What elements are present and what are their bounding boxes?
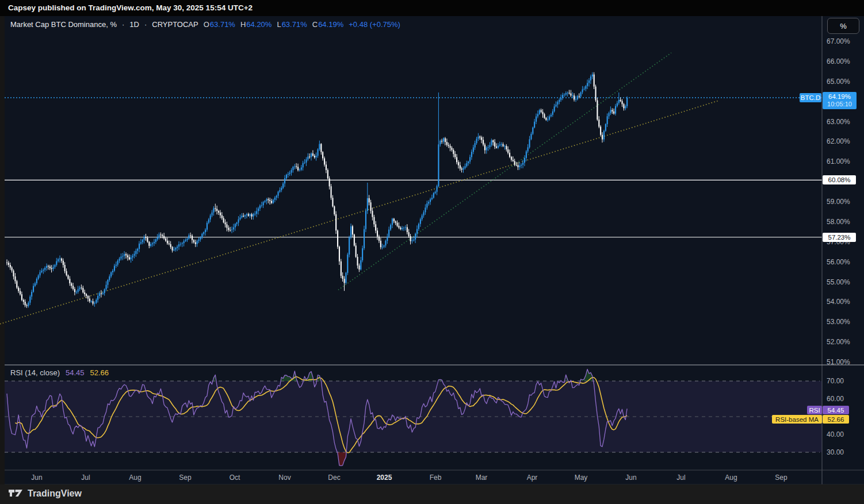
- price-axis-label: 66.00%: [827, 57, 850, 66]
- time-axis-label: Jul: [676, 474, 685, 482]
- symbol-marker-badge: BTC.D: [800, 93, 821, 102]
- tradingview-brand[interactable]: TradingView: [8, 488, 82, 499]
- price-axis-label: 67.00%: [827, 37, 850, 45]
- price-axis-label: 51.00%: [827, 358, 850, 366]
- legend-separator-2: ·: [144, 20, 147, 29]
- time-axis-label: Jul: [81, 474, 90, 482]
- time-axis-label: May: [575, 474, 588, 482]
- symbol-legend[interactable]: Market Cap BTC Dominance, % · 1D · CRYPT…: [10, 20, 400, 29]
- price-axis-label: 65.00%: [827, 78, 850, 86]
- price-axis-label: 53.00%: [827, 318, 850, 326]
- footer-bar: TradingView: [0, 484, 864, 504]
- rsi-axis-label: 40.00: [827, 430, 844, 438]
- time-axis-label: Oct: [230, 474, 240, 482]
- open-value: 63.71%: [210, 20, 235, 29]
- time-axis-label: Apr: [527, 474, 538, 482]
- rsi-ma-legend-value: 52.66: [90, 368, 109, 377]
- close-label: C: [312, 20, 318, 29]
- rsi-line-label-badge: RSI: [807, 406, 822, 414]
- symbol-interval[interactable]: 1D: [129, 20, 139, 29]
- price-axis-label: 61.00%: [827, 157, 850, 166]
- price-axis-label: 62.00%: [827, 137, 850, 145]
- price-axis-label: 52.00%: [827, 338, 850, 346]
- price-level-badge: 57.23%: [823, 233, 856, 242]
- rsi-axis-label: 30.00: [827, 448, 844, 456]
- last-price-badge: 64.19% 10:05:10: [823, 92, 857, 109]
- change-value: +0.48 (+0.75%): [349, 20, 400, 29]
- rsi-ma-label-badge: RSI-based MA: [772, 415, 822, 424]
- time-axis-label: 2025: [377, 474, 392, 482]
- main-chart-canvas[interactable]: [0, 0, 864, 504]
- time-axis-label: Dec: [328, 474, 340, 482]
- close-value: 64.19%: [318, 20, 343, 29]
- price-axis-label: 55.00%: [827, 278, 850, 286]
- high-value: 64.20%: [246, 20, 272, 29]
- rsi-legend[interactable]: RSI (14, close) 54.45 52.66: [10, 368, 109, 377]
- time-axis-label: Mar: [476, 474, 488, 482]
- price-axis-label: 56.00%: [827, 258, 850, 266]
- symbol-exchange: CRYPTOCAP: [152, 20, 198, 29]
- price-axis-label: 59.00%: [827, 198, 850, 206]
- tradingview-chart-screenshot: Capsey published on TradingView.com, May…: [0, 0, 864, 504]
- time-axis-label: Aug: [129, 474, 141, 482]
- rsi-legend-title[interactable]: RSI (14, close): [10, 368, 60, 377]
- rsi-ma-value-badge: 52.66: [823, 415, 849, 424]
- time-axis-label: Jun: [31, 474, 42, 482]
- time-axis-label: Jun: [625, 474, 636, 482]
- time-axis-label: Sep: [775, 474, 787, 482]
- low-value: 63.71%: [282, 20, 307, 29]
- price-scale-unit-button[interactable]: %: [827, 18, 859, 34]
- price-axis-label: 58.00%: [827, 218, 850, 226]
- last-price-value: 64.19%: [828, 93, 851, 101]
- legend-separator-1: ·: [122, 20, 124, 29]
- time-axis-label: Aug: [725, 474, 737, 482]
- high-label: H: [240, 20, 246, 29]
- bar-countdown: 10:05:10: [827, 101, 852, 108]
- low-label: L: [277, 20, 281, 29]
- rsi-value-badge: 54.45: [823, 406, 849, 414]
- rsi-legend-value: 54.45: [66, 368, 85, 377]
- open-label: O: [204, 20, 209, 29]
- tradingview-logo-icon: [8, 488, 23, 499]
- price-level-badge: 60.08%: [823, 175, 856, 184]
- tradingview-brand-text: TradingView: [28, 488, 82, 499]
- time-axis-label: Feb: [430, 474, 442, 482]
- symbol-title[interactable]: Market Cap BTC Dominance, %: [10, 20, 117, 29]
- rsi-axis-label: 70.00: [827, 377, 844, 385]
- price-axis-label: 63.00%: [827, 118, 850, 126]
- time-axis-label: Sep: [179, 474, 191, 482]
- time-axis-label: Nov: [278, 474, 290, 482]
- rsi-axis-label: 60.00: [827, 395, 844, 403]
- ohlc-values: O63.71% H64.20% L63.71% C64.19% +0.48 (+…: [204, 20, 400, 29]
- price-axis-label: 54.00%: [827, 298, 850, 306]
